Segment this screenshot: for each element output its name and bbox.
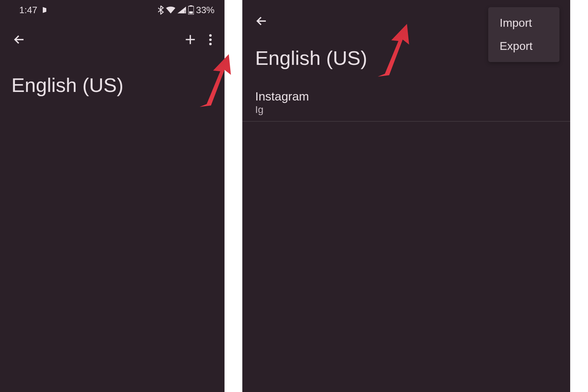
- status-time: 1:47: [19, 5, 37, 16]
- svg-rect-3: [189, 11, 193, 14]
- entry-word: Instagram: [255, 89, 557, 103]
- battery-icon: [188, 5, 194, 15]
- overflow-menu: Import Export: [488, 7, 559, 62]
- app-bar-left: [0, 20, 225, 59]
- status-bar: 1:47 ! 33%: [0, 0, 225, 20]
- back-arrow-icon[interactable]: [10, 30, 29, 49]
- dictionary-entry[interactable]: Instagram Ig: [242, 84, 570, 122]
- notification-icon: [41, 6, 48, 14]
- add-icon[interactable]: [181, 31, 199, 48]
- menu-item-export[interactable]: Export: [488, 35, 559, 58]
- menu-item-import[interactable]: Import: [488, 11, 559, 35]
- status-left: 1:47: [19, 5, 48, 16]
- status-right: ! 33%: [158, 5, 215, 16]
- wifi-icon: [166, 6, 175, 14]
- right-screenshot: Import Export English (US) Instagram Ig: [242, 0, 570, 392]
- svg-text:!: !: [184, 10, 185, 14]
- left-screenshot: 1:47 ! 33%: [0, 0, 242, 392]
- signal-icon: !: [177, 6, 186, 14]
- entry-shortcut: Ig: [255, 104, 557, 115]
- bluetooth-icon: [158, 5, 164, 15]
- page-title-left: English (US): [0, 59, 225, 111]
- back-arrow-icon[interactable]: [252, 12, 271, 30]
- app-bar-actions: [181, 31, 215, 48]
- more-vert-icon[interactable]: [206, 31, 215, 48]
- battery-percent: 33%: [196, 5, 215, 16]
